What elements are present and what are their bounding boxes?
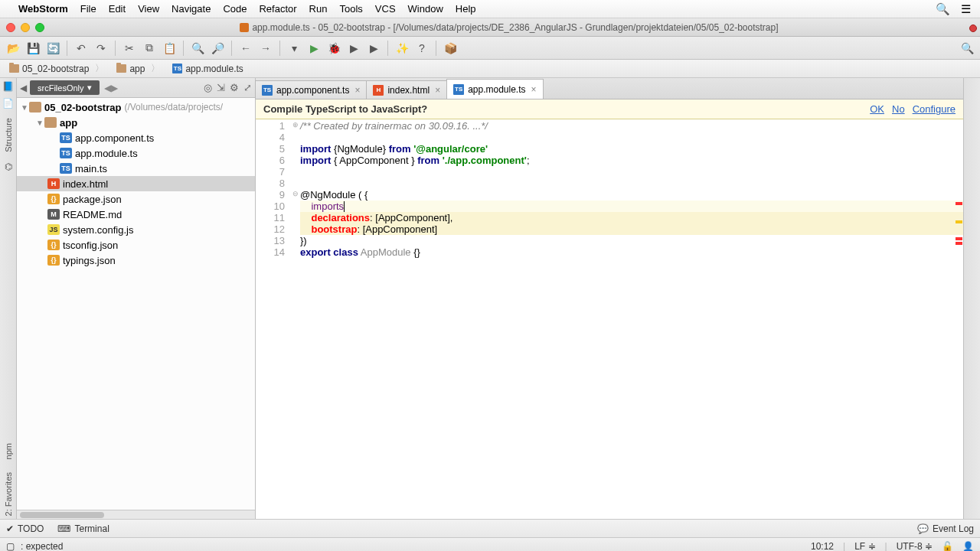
- menu-vcs[interactable]: VCS: [375, 3, 396, 15]
- undo-icon[interactable]: ↶: [73, 40, 90, 57]
- search-everywhere-icon[interactable]: 🔍: [959, 40, 975, 57]
- project-header: ◀ srcFilesOnly ▾ ◀ ▶ ◎ ⇲ ⚙ ⤢: [17, 78, 255, 98]
- notification-text: Compile TypeScript to JavaScript?: [263, 103, 427, 115]
- menu-navigate[interactable]: Navigate: [172, 3, 211, 15]
- window-title: app.module.ts - 05_02-bootstrap - [/Volu…: [44, 22, 974, 33]
- main-toolbar: 📂 💾 🔄 ↶ ↷ ✂ ⧉ 📋 🔍 🔎 ← → ▾ ▶ 🐞 ▶ ▶ ✨ ? 📦 …: [0, 37, 980, 60]
- paste-icon[interactable]: 📋: [161, 40, 178, 57]
- collapse-icon[interactable]: ⇲: [217, 82, 225, 93]
- menu-edit[interactable]: Edit: [109, 3, 126, 15]
- breadcrumb-file[interactable]: TSapp.module.ts: [166, 62, 249, 76]
- tree-tsconfig[interactable]: {}tsconfig.json: [17, 237, 255, 253]
- ts-file-icon: TS: [60, 132, 72, 143]
- code-editor[interactable]: 1 4 5 6 7 8 9 10 11 12 13 14 ⊕⊖ /** Crea…: [256, 119, 963, 519]
- scope-nav-right-icon[interactable]: ▶: [111, 83, 118, 93]
- find-icon[interactable]: 🔍: [189, 40, 206, 57]
- stop-icon[interactable]: ▶: [365, 40, 382, 57]
- hector-icon[interactable]: 👤: [962, 541, 974, 552]
- breadcrumb-project[interactable]: 05_02-bootstrap〉: [3, 60, 110, 77]
- redo-icon[interactable]: ↷: [93, 40, 109, 57]
- refresh-icon[interactable]: 🔄: [44, 40, 61, 57]
- spotlight-icon[interactable]: 🔍: [936, 2, 950, 16]
- cut-icon[interactable]: ✂: [121, 40, 138, 57]
- npm-tab[interactable]: npm: [2, 440, 15, 462]
- tree-main-ts[interactable]: TSmain.ts: [17, 161, 255, 176]
- notification-no[interactable]: No: [892, 103, 905, 115]
- wand-icon[interactable]: ✨: [394, 40, 410, 57]
- notification-configure[interactable]: Configure: [913, 103, 956, 115]
- menu-window[interactable]: Window: [408, 3, 443, 15]
- editor-tabs: TSapp.component.ts× Hindex.html× TSapp.m…: [256, 78, 963, 99]
- tab-app-module[interactable]: TSapp.module.ts×: [446, 79, 543, 99]
- terminal-toolwindow[interactable]: ⌨Terminal: [57, 523, 109, 534]
- save-icon[interactable]: 💾: [24, 40, 41, 57]
- lock-icon[interactable]: 🔓: [942, 541, 953, 552]
- forward-icon[interactable]: →: [257, 40, 274, 57]
- tree-index-html[interactable]: Hindex.html: [17, 176, 255, 191]
- status-message: : expected: [21, 541, 63, 552]
- error-indicator-icon[interactable]: [969, 24, 977, 32]
- project-tool-icon[interactable]: 📘: [2, 81, 14, 92]
- close-icon[interactable]: ×: [531, 84, 537, 95]
- fold-gutter[interactable]: ⊕⊖: [291, 119, 300, 519]
- project-tree[interactable]: ▼ 05_02-bootstrap(/Volumes/data/projects…: [17, 98, 255, 510]
- tree-readme[interactable]: MREADME.md: [17, 207, 255, 222]
- menu-list-icon[interactable]: ☰: [961, 2, 971, 16]
- menu-tools[interactable]: Tools: [339, 3, 362, 15]
- menu-view[interactable]: View: [138, 3, 159, 15]
- back-icon[interactable]: ←: [237, 40, 254, 57]
- window-close-button[interactable]: [6, 23, 15, 32]
- menu-run[interactable]: Run: [309, 3, 328, 15]
- settings-gear-icon[interactable]: ⚙: [230, 82, 239, 93]
- tree-typings[interactable]: {}typings.json: [17, 253, 255, 268]
- project-arrow-icon[interactable]: ◀: [20, 83, 27, 93]
- close-icon[interactable]: ×: [354, 85, 360, 96]
- favorites-tab[interactable]: 2: Favorites: [2, 469, 15, 519]
- scope-selector[interactable]: srcFilesOnly ▾: [30, 80, 100, 95]
- tree-package-json[interactable]: {}package.json: [17, 191, 255, 207]
- project-tool-icon-alt[interactable]: 📄: [2, 98, 14, 109]
- copy-icon[interactable]: ⧉: [141, 40, 158, 57]
- help-icon[interactable]: ?: [413, 40, 430, 57]
- structure-tab[interactable]: Structure: [2, 115, 15, 155]
- notification-ok[interactable]: OK: [870, 103, 884, 115]
- project-scrollbar-x[interactable]: [17, 510, 255, 519]
- breadcrumb-folder[interactable]: app〉: [110, 60, 166, 77]
- event-log-toolwindow[interactable]: 💬Event Log: [917, 523, 974, 534]
- npm-scripts-icon[interactable]: 📦: [442, 40, 459, 57]
- structure-icon[interactable]: ⌬: [5, 161, 12, 172]
- hide-icon[interactable]: ⤢: [243, 82, 252, 93]
- debug-icon[interactable]: 🐞: [325, 40, 342, 57]
- open-icon[interactable]: 📂: [5, 40, 21, 57]
- menu-help[interactable]: Help: [456, 3, 476, 15]
- tab-app-component[interactable]: TSapp.component.ts×: [255, 80, 367, 99]
- tree-app-folder[interactable]: ▼ app: [17, 115, 255, 130]
- replace-icon[interactable]: 🔎: [209, 40, 226, 57]
- status-line-sep[interactable]: LF ≑: [854, 541, 875, 552]
- coverage-icon[interactable]: ▶: [345, 40, 362, 57]
- window-zoom-button[interactable]: [35, 23, 44, 32]
- tree-root[interactable]: ▼ 05_02-bootstrap(/Volumes/data/projects…: [17, 99, 255, 115]
- editor-area: TSapp.component.ts× Hindex.html× TSapp.m…: [256, 78, 963, 519]
- ts-file-icon: TS: [60, 148, 72, 158]
- run-icon[interactable]: ▶: [305, 40, 322, 57]
- tree-app-component[interactable]: TSapp.component.ts: [17, 130, 255, 145]
- code-content[interactable]: /** Created by trainermac on 30.09.16. .…: [300, 119, 963, 519]
- tree-app-module[interactable]: TSapp.module.ts: [17, 145, 255, 161]
- tool-window-toggle-icon[interactable]: ▢: [6, 541, 15, 552]
- tree-system-config[interactable]: JSsystem.config.js: [17, 222, 255, 237]
- menu-refactor[interactable]: Refactor: [259, 3, 296, 15]
- status-position[interactable]: 10:12: [811, 541, 834, 552]
- scope-nav-left-icon[interactable]: ◀: [104, 83, 111, 93]
- close-icon[interactable]: ×: [435, 85, 440, 96]
- status-encoding[interactable]: UTF-8 ≑: [897, 541, 933, 552]
- build-icon[interactable]: ▾: [286, 40, 302, 57]
- error-stripe[interactable]: [954, 119, 963, 519]
- status-bar: ▢ : expected 10:12 | LF ≑ | UTF-8 ≑ 🔓 👤: [0, 537, 980, 551]
- menu-file[interactable]: File: [80, 3, 96, 15]
- window-minimize-button[interactable]: [21, 23, 30, 32]
- locate-icon[interactable]: ◎: [204, 82, 212, 93]
- tab-index-html[interactable]: Hindex.html×: [366, 80, 447, 99]
- menu-code[interactable]: Code: [223, 3, 247, 15]
- todo-toolwindow[interactable]: ✔TODO: [6, 523, 44, 534]
